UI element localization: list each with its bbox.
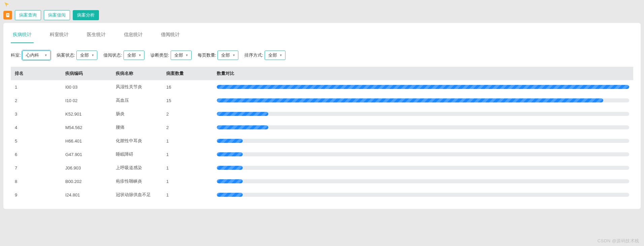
cell-bar [213,134,633,148]
cell-rank: 4 [11,121,61,134]
cell-name: 高血压 [112,94,162,107]
cell-bar [213,107,633,121]
filter-case-status[interactable]: 全部 ▼ [76,51,97,60]
chevron-down-icon: ▼ [91,54,94,57]
chevron-down-icon: ▼ [44,54,47,57]
filter-dept-value: 心内科 [26,52,39,58]
cell-code: I24.801 [61,188,112,202]
filter-dept[interactable]: 心内科 ▼ [22,51,50,60]
bar-track [217,98,629,102]
cell-rank: 5 [11,134,61,148]
top-mini-icons [0,0,644,9]
cell-bar [213,188,633,202]
table-row: 6G47.901睡眠障碍1 [11,148,633,161]
cell-count: 16 [162,80,213,94]
cell-code: K52.901 [61,107,112,121]
filter-sort-value: 全部 [268,52,277,58]
th-code: 疾病编码 [61,67,112,80]
cell-code: I00 03 [61,80,112,94]
chevron-down-icon: ▼ [138,54,141,57]
filter-sort[interactable]: 全部 ▼ [265,51,285,60]
bar-fill [217,125,268,129]
cell-rank: 6 [11,148,61,161]
cell-rank: 3 [11,107,61,121]
bar-fill [217,193,243,197]
th-bar: 数量对比 [213,67,633,80]
table-row: 7J06.903上呼吸道感染1 [11,161,633,175]
cell-count: 1 [162,161,213,175]
th-rank: 排名 [11,67,61,80]
cell-bar [213,94,633,107]
filter-diag-type[interactable]: 全部 ▼ [171,51,192,60]
table-row: 1I00 03风湿性关节炎16 [11,80,633,94]
cell-count: 1 [162,175,213,188]
cell-name: 睡眠障碍 [112,148,162,161]
bar-track [217,193,629,197]
cell-rank: 9 [11,188,61,202]
cell-count: 1 [162,148,213,161]
cell-name: 风湿性关节炎 [112,80,162,94]
bar-track [217,125,629,129]
cell-name: 化脓性中耳炎 [112,134,162,148]
cell-bar [213,148,633,161]
chevron-down-icon: ▼ [279,54,282,57]
tab-doctor[interactable]: 医生统计 [85,29,108,43]
th-count: 病案数量 [162,67,213,80]
cell-count: 1 [162,188,213,202]
cell-code: H66.401 [61,134,112,148]
bar-fill [217,152,243,156]
cell-name: 疱疹性咽峡炎 [112,175,162,188]
table-row: 9I24.801冠状动脉供血不足1 [11,188,633,202]
cell-rank: 7 [11,161,61,175]
tab-borrow[interactable]: 借阅统计 [159,29,182,43]
filter-bar: 科室: 心内科 ▼ 病案状态: 全部 ▼ 借阅状态: 全部 ▼ [11,51,633,60]
filter-dept-label: 科室: [11,52,21,58]
main-panel: 疾病统计科室统计医生统计信息统计借阅统计 科室: 心内科 ▼ 病案状态: 全部 … [3,23,641,209]
table-row: 8B00.202疱疹性咽峡炎1 [11,175,633,188]
tab-department[interactable]: 科室统计 [48,29,71,43]
filter-case-status-value: 全部 [80,52,89,58]
cell-bar [213,80,633,94]
filter-loan-status-value: 全部 [127,52,136,58]
disease-stats-table: 排名 疾病编码 疾病名称 病案数量 数量对比 1I00 03风湿性关节炎162I… [11,67,633,202]
filter-page-size-value: 全部 [221,52,230,58]
cell-name: 上呼吸道感染 [112,161,162,175]
filter-page-size-label: 每页数量: [198,52,216,58]
app-square-icon [3,11,12,20]
cell-count: 1 [162,134,213,148]
bar-fill [217,112,268,116]
cell-name: 冠状动脉供血不足 [112,188,162,202]
toolbar-analysis[interactable]: 病案分析 [73,10,99,20]
filter-loan-status[interactable]: 全部 ▼ [124,51,144,60]
bar-track [217,179,629,183]
filter-diag-type-label: 诊断类型: [150,52,169,58]
pointer-icon [3,1,10,8]
filter-diag-type-value: 全部 [174,52,183,58]
cell-name: 腰痛 [112,121,162,134]
cell-rank: 1 [11,80,61,94]
cell-code: J06.903 [61,161,112,175]
cell-bar [213,175,633,188]
tab-info[interactable]: 信息统计 [122,29,145,43]
svg-rect-1 [7,14,8,14]
table-header-row: 排名 疾病编码 疾病名称 病案数量 数量对比 [11,67,633,80]
cell-count: 2 [162,121,213,134]
bar-track [217,139,629,143]
tab-disease[interactable]: 疾病统计 [11,29,34,43]
cell-name: 肠炎 [112,107,162,121]
main-toolbar: 病案查询病案借阅病案分析 [0,9,644,23]
table-row: 3K52.901肠炎2 [11,107,633,121]
chevron-down-icon: ▼ [232,54,235,57]
cell-bar [213,121,633,134]
table-row: 4M54.562腰痛2 [11,121,633,134]
bar-track [217,85,629,89]
bar-track [217,166,629,170]
svg-rect-2 [7,15,8,15]
cell-count: 2 [162,107,213,121]
cell-count: 15 [162,94,213,107]
watermark: CSDN @源码技术栈 [598,238,639,244]
bar-track [217,112,629,116]
toolbar-query[interactable]: 病案查询 [15,10,41,20]
filter-page-size[interactable]: 全部 ▼ [217,51,238,60]
toolbar-borrow[interactable]: 病案借阅 [44,10,70,20]
